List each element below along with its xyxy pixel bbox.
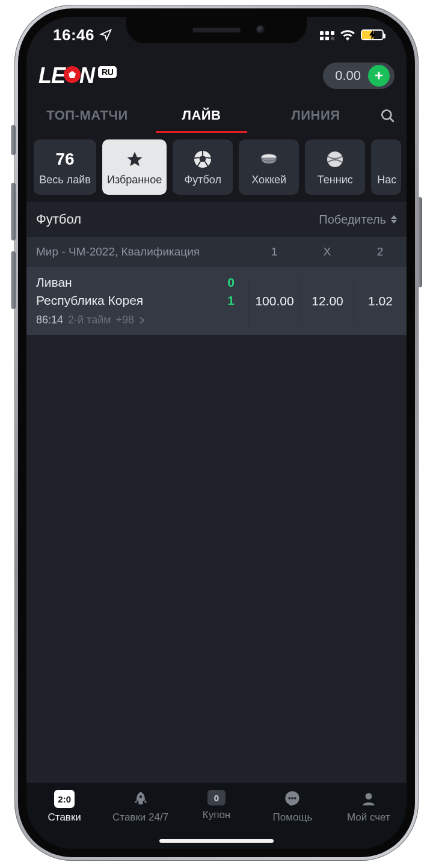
odd-1[interactable]: 100.00 bbox=[248, 275, 301, 326]
match-row[interactable]: Ливан 0 Республика Корея 1 86:14 2-й тай… bbox=[26, 267, 407, 335]
bottom-tab-label: Купон bbox=[203, 809, 230, 821]
soccer-icon bbox=[193, 150, 212, 169]
logo-text-left: LE bbox=[38, 63, 65, 88]
chip-label: Футбол bbox=[185, 174, 221, 186]
odds-group: 100.00 12.00 1.02 bbox=[248, 275, 407, 326]
section-header: Футбол Победитель bbox=[26, 202, 407, 237]
tab-top-matches[interactable]: ТОП-МАТЧИ bbox=[30, 99, 144, 133]
wifi-icon bbox=[340, 29, 355, 41]
bottom-tab-label: Мой счет bbox=[347, 811, 390, 824]
chip-football[interactable]: Футбол bbox=[173, 139, 233, 195]
team1-name: Ливан bbox=[36, 275, 72, 290]
hockey-icon bbox=[259, 151, 278, 167]
content-filler bbox=[26, 335, 407, 783]
tab-live[interactable]: ЛАЙВ bbox=[144, 99, 259, 133]
chip-label: Хоккей bbox=[251, 174, 286, 186]
chip-hockey[interactable]: Хоккей bbox=[239, 139, 299, 195]
svg-point-9 bbox=[292, 797, 294, 799]
sort-arrows-icon bbox=[391, 215, 397, 224]
match-period: 2-й тайм bbox=[68, 314, 111, 326]
score-badge-icon: 2:0 bbox=[54, 790, 75, 808]
col-1: 1 bbox=[248, 245, 301, 258]
status-time: 16:46 bbox=[53, 26, 94, 44]
balance-pill[interactable]: 0.00 + bbox=[323, 63, 395, 89]
silence-switch[interactable] bbox=[11, 125, 16, 155]
battery-icon bbox=[361, 29, 384, 40]
bottom-tab-label: Ставки 24/7 bbox=[112, 811, 168, 824]
logo[interactable]: LE N RU bbox=[38, 63, 117, 88]
chevron-right-icon bbox=[139, 316, 145, 325]
chip-label: Теннис bbox=[318, 174, 353, 186]
svg-point-6 bbox=[139, 795, 142, 798]
svg-point-0 bbox=[382, 110, 391, 119]
chat-icon bbox=[284, 790, 301, 807]
sort-selector[interactable]: Победитель bbox=[319, 213, 397, 227]
phone-frame: 16:46 bbox=[14, 5, 419, 861]
chip-label: Нас bbox=[377, 174, 396, 186]
notch bbox=[126, 17, 307, 43]
svg-point-11 bbox=[365, 793, 372, 799]
section-title: Футбол bbox=[36, 212, 81, 227]
chip-tennis[interactable]: Теннис bbox=[305, 139, 365, 195]
svg-point-10 bbox=[294, 797, 296, 799]
match-more-count: +98 bbox=[116, 314, 135, 326]
screen: 16:46 bbox=[26, 17, 407, 849]
col-x: X bbox=[301, 245, 354, 258]
chip-count: 76 bbox=[55, 148, 74, 170]
logo-badge: RU bbox=[98, 66, 117, 78]
bottom-tab-coupon[interactable]: 0 Купон bbox=[179, 790, 254, 821]
team2-name: Республика Корея bbox=[36, 293, 143, 308]
match-clock: 86:14 bbox=[36, 314, 63, 326]
col-2: 2 bbox=[354, 245, 407, 258]
sport-chips[interactable]: 76 Весь лайв Избранное bbox=[26, 133, 407, 202]
bottom-tab-label: Ставки bbox=[48, 811, 81, 824]
team1-score: 0 bbox=[227, 275, 243, 290]
chip-label: Весь лайв bbox=[39, 174, 91, 186]
bottom-tab-bets[interactable]: 2:0 Ставки bbox=[26, 790, 102, 824]
volume-down-button[interactable] bbox=[11, 251, 16, 309]
logo-ball-icon bbox=[64, 66, 81, 83]
rocket-icon bbox=[132, 790, 149, 807]
search-button[interactable] bbox=[373, 108, 403, 124]
star-icon bbox=[126, 150, 144, 168]
tab-line[interactable]: ЛИНИЯ bbox=[259, 99, 373, 133]
league-name: Мир - ЧМ-2022, Квалификация bbox=[26, 245, 248, 258]
chip-label: Избранное bbox=[107, 174, 162, 186]
svg-point-8 bbox=[289, 797, 291, 799]
team2-score: 1 bbox=[227, 293, 243, 308]
bottom-tab-account[interactable]: Мой счет bbox=[331, 790, 407, 824]
coupon-badge-icon: 0 bbox=[207, 790, 226, 805]
balance-value: 0.00 bbox=[335, 68, 361, 84]
sort-label: Победитель bbox=[319, 213, 386, 227]
chip-more[interactable]: Нас bbox=[371, 139, 401, 195]
league-row[interactable]: Мир - ЧМ-2022, Квалификация 1 X 2 bbox=[26, 237, 407, 267]
user-icon bbox=[361, 791, 376, 807]
home-indicator[interactable] bbox=[159, 839, 274, 843]
speaker bbox=[192, 28, 241, 32]
odd-x[interactable]: 12.00 bbox=[301, 275, 354, 326]
main-tabs: ТОП-МАТЧИ ЛАЙВ ЛИНИЯ bbox=[26, 99, 407, 133]
cellular-icon bbox=[320, 31, 334, 40]
location-icon bbox=[99, 28, 112, 41]
chip-favorites[interactable]: Избранное bbox=[102, 139, 167, 195]
search-icon bbox=[380, 108, 396, 124]
bottom-tab-label: Помощь bbox=[273, 811, 313, 824]
front-camera bbox=[256, 25, 265, 34]
chip-all-live[interactable]: 76 Весь лайв bbox=[34, 139, 96, 195]
power-button[interactable] bbox=[417, 197, 422, 287]
deposit-button[interactable]: + bbox=[368, 65, 390, 87]
bottom-tab-help[interactable]: Помощь bbox=[254, 790, 330, 824]
bottom-tab-bets247[interactable]: Ставки 24/7 bbox=[102, 790, 178, 824]
logo-text-right: N bbox=[79, 63, 94, 88]
charging-icon bbox=[369, 30, 376, 40]
tennis-icon bbox=[326, 150, 344, 168]
app-header: LE N RU 0.00 + bbox=[26, 53, 407, 99]
match-info[interactable]: Ливан 0 Республика Корея 1 86:14 2-й тай… bbox=[36, 275, 248, 326]
odd-2[interactable]: 1.02 bbox=[354, 275, 407, 326]
volume-up-button[interactable] bbox=[11, 183, 16, 240]
